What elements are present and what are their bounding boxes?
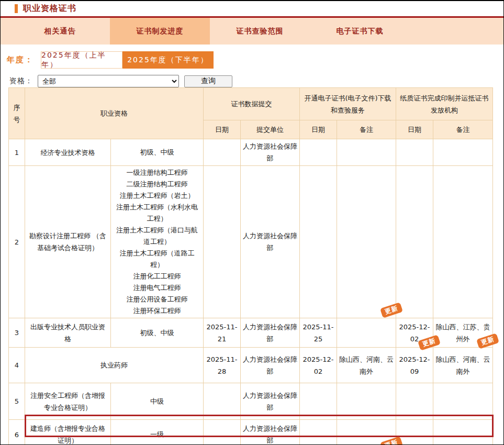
ecert-date-cell: 2025-11-25 bbox=[300, 318, 337, 348]
ecert-note-cell bbox=[337, 383, 396, 420]
level-line: 注册土木工程师（水利水电工程） bbox=[113, 202, 201, 225]
paper-note-cell bbox=[433, 420, 493, 445]
submit-unit-cell: 人力资源社会保障部 bbox=[241, 348, 300, 383]
level-line: 注册电气工程师 bbox=[113, 282, 201, 294]
qualification-filter-row: 资格： 全部 查询 bbox=[1, 75, 503, 87]
level-line: 注册土木工程师（岩土） bbox=[113, 190, 201, 202]
page: 职业资格证书 相关通告证书制发进度证书查验范围电子证书下载 年度： 2025年度… bbox=[0, 0, 504, 445]
submit-unit-cell: 人力资源社会保障部 bbox=[241, 383, 300, 420]
level-cell: 初级、中级 bbox=[111, 318, 204, 348]
col-header-qualification: 职业资格 bbox=[25, 88, 204, 139]
col-group-data-submit: 证书数据提交 bbox=[204, 88, 300, 120]
tab-0[interactable]: 相关通告 bbox=[10, 18, 110, 44]
paper-note-cell bbox=[433, 383, 493, 420]
level-line: 一级注册结构工程师 bbox=[113, 167, 201, 179]
submit-unit-cell: 人力资源社会保障部 bbox=[241, 166, 300, 318]
paper-note-cell bbox=[433, 139, 493, 166]
submit-date-cell bbox=[204, 383, 241, 420]
seq-cell: 3 bbox=[9, 318, 25, 348]
level-line: 注册土木工程师（道路工程） bbox=[113, 248, 201, 271]
paper-date-cell bbox=[396, 139, 433, 166]
ecert-date-cell bbox=[300, 420, 337, 445]
level-line: 注册化工工程师 bbox=[113, 271, 201, 282]
qualification-name-cell: 建造师（含增报专业合格证明） bbox=[25, 420, 111, 445]
qualification-name-cell: 注册安全工程师（含增报专业合格证明） bbox=[25, 383, 111, 420]
seq-cell: 5 bbox=[9, 383, 25, 420]
certificate-progress-table: 序号 职业资格 证书数据提交 开通电子证书(电子文件)下载和查验服务 纸质证书完… bbox=[8, 87, 493, 445]
paper-date-cell bbox=[396, 383, 433, 420]
ecert-date-cell: 2025-12-02 bbox=[300, 348, 337, 383]
submit-date-cell bbox=[204, 139, 241, 166]
ecert-date-cell bbox=[300, 383, 337, 420]
qualification-name-cell: 勘察设计注册工程师 （含基础考试合格证明） bbox=[25, 166, 111, 318]
tab-2[interactable]: 证书查验范围 bbox=[210, 18, 310, 44]
level-line: 注册环保工程师 bbox=[113, 305, 201, 317]
submit-date-cell: 2025-11-21 bbox=[204, 318, 241, 348]
col-header-note-2: 备注 bbox=[433, 120, 493, 139]
submit-date-cell bbox=[204, 166, 241, 318]
qualification-name-cell: 经济专业技术资格 bbox=[25, 139, 111, 166]
col-header-note-1: 备注 bbox=[337, 120, 396, 139]
submit-unit-cell: 人力资源社会保障部 bbox=[241, 139, 300, 166]
title-accent-bar bbox=[15, 4, 18, 13]
level-line: 一级 bbox=[113, 429, 201, 440]
table-row: 5注册安全工程师（含增报专业合格证明）中级人力资源社会保障部 bbox=[9, 383, 493, 420]
year-options: 2025年度（上半年）2025年度（下半年） bbox=[41, 51, 214, 69]
level-line: 注册公用设备工程师 bbox=[113, 294, 201, 305]
ecert-note-cell bbox=[337, 139, 396, 166]
tab-bar: 相关通告证书制发进度证书查验范围电子证书下载 bbox=[1, 18, 503, 44]
seq-cell: 2 bbox=[9, 166, 25, 318]
col-header-seq: 序号 bbox=[9, 88, 25, 139]
ecert-date-cell bbox=[300, 139, 337, 166]
table-row: 2勘察设计注册工程师 （含基础考试合格证明）一级注册结构工程师二级注册结构工程师… bbox=[9, 166, 493, 318]
title-bar: 职业资格证书 bbox=[1, 1, 503, 16]
year-option-1[interactable]: 2025年度（下半年） bbox=[122, 51, 214, 69]
qualification-name-cell: 执业药师 bbox=[25, 348, 204, 383]
ecert-note-cell: 除山西、河南、云南外 bbox=[337, 348, 396, 383]
tab-1[interactable]: 证书制发进度 bbox=[110, 18, 210, 44]
ecert-date-cell bbox=[300, 166, 337, 318]
query-button[interactable]: 查询 bbox=[184, 75, 232, 87]
ecert-note-cell bbox=[337, 166, 396, 318]
tab-3[interactable]: 电子证书下载 bbox=[310, 18, 410, 44]
level-line: 二级注册结构工程师 bbox=[113, 179, 201, 190]
level-line: 初级、中级 bbox=[113, 147, 201, 158]
level-cell: 中级 bbox=[111, 383, 204, 420]
year-filter-row: 年度： 2025年度（上半年）2025年度（下半年） bbox=[1, 51, 503, 69]
level-cell: 一级注册结构工程师二级注册结构工程师注册土木工程师（岩土）注册土木工程师（水利水… bbox=[111, 166, 204, 318]
col-header-submit-unit: 提交单位 bbox=[241, 120, 300, 139]
col-group-paper-cert: 纸质证书完成印制并运抵证书发放机构 bbox=[396, 88, 493, 120]
level-line: 中级 bbox=[113, 396, 201, 407]
col-header-date-1: 日期 bbox=[204, 120, 241, 139]
qualification-select[interactable]: 全部 bbox=[38, 75, 179, 87]
level-cell: 一级 bbox=[111, 420, 204, 445]
qualification-label: 资格： bbox=[9, 76, 33, 86]
seq-cell: 6 bbox=[9, 420, 25, 445]
paper-note-cell: 除山西、河南、云南外 bbox=[433, 348, 493, 383]
col-header-date-2: 日期 bbox=[300, 120, 337, 139]
table-row: 6建造师（含增报专业合格证明）一级人力资源社会保障部 bbox=[9, 420, 493, 445]
level-cell: 初级、中级 bbox=[111, 139, 204, 166]
table-row: 4执业药师2025-11-28人力资源社会保障部2025-12-02除山西、河南… bbox=[9, 348, 493, 383]
year-option-0[interactable]: 2025年度（上半年） bbox=[41, 51, 122, 69]
ecert-note-cell bbox=[337, 318, 396, 348]
col-group-e-cert: 开通电子证书(电子文件)下载和查验服务 bbox=[300, 88, 396, 120]
year-label: 年度： bbox=[7, 55, 39, 65]
submit-unit-cell: 人力资源社会保障部 bbox=[241, 318, 300, 348]
submit-date-cell: 2025-11-28 bbox=[204, 348, 241, 383]
paper-date-cell bbox=[396, 166, 433, 318]
level-line: 注册土木工程师（港口与航道工程） bbox=[113, 225, 201, 248]
seq-cell: 4 bbox=[9, 348, 25, 383]
qualification-name-cell: 出版专业技术人员职业资格 bbox=[25, 318, 111, 348]
submit-unit-cell: 人力资源社会保障部 bbox=[241, 420, 300, 445]
paper-note-cell bbox=[433, 166, 493, 318]
paper-date-cell: 2025-12-09 bbox=[396, 348, 433, 383]
page-title: 职业资格证书 bbox=[23, 3, 76, 14]
table-row: 1经济专业技术资格初级、中级人力资源社会保障部 bbox=[9, 139, 493, 166]
col-header-date-3: 日期 bbox=[396, 120, 433, 139]
submit-date-cell bbox=[204, 420, 241, 445]
seq-cell: 1 bbox=[9, 139, 25, 166]
level-line: 初级、中级 bbox=[113, 327, 201, 339]
